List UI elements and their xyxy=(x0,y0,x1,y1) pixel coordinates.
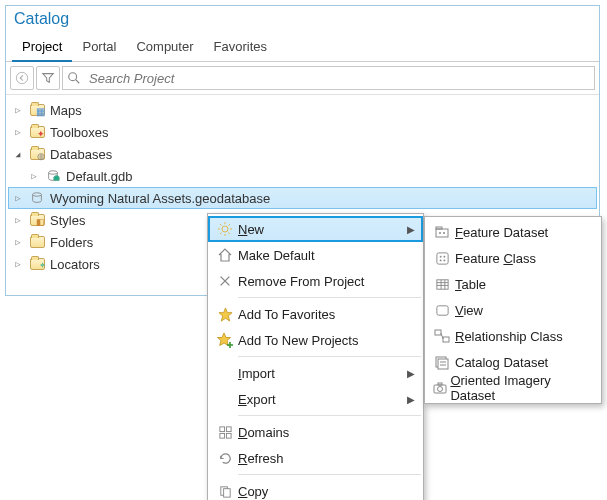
search-icon xyxy=(63,71,85,85)
filter-icon xyxy=(41,71,55,85)
svg-rect-23 xyxy=(223,488,230,496)
star-plus-icon xyxy=(212,329,238,351)
menu-item-label: View xyxy=(455,303,483,318)
expander-icon[interactable] xyxy=(28,170,40,182)
expander-icon[interactable] xyxy=(12,214,24,226)
star-icon xyxy=(212,303,238,325)
tree-node-wyoming-gdb[interactable]: Wyoming Natural Assets.geodatabase xyxy=(8,187,597,209)
feature-dataset-icon xyxy=(429,221,455,243)
svg-point-32 xyxy=(443,259,445,261)
svg-rect-43 xyxy=(438,359,448,369)
menu-separator xyxy=(238,356,421,357)
search-input[interactable] xyxy=(85,71,594,86)
svg-rect-28 xyxy=(436,252,447,263)
tree-node-default-gdb[interactable]: Default.gdb xyxy=(24,165,597,187)
svg-point-29 xyxy=(439,255,441,257)
menu-item-label: Domains xyxy=(238,425,289,440)
menu-item-label: Add To Favorites xyxy=(238,307,335,322)
tab-project[interactable]: Project xyxy=(12,35,72,62)
back-button[interactable] xyxy=(10,66,34,90)
svg-line-10 xyxy=(220,224,222,226)
menu-item-label: Table xyxy=(455,277,486,292)
tree-node-label: Maps xyxy=(50,103,82,118)
expander-icon[interactable] xyxy=(12,258,24,270)
toolbar xyxy=(6,62,599,95)
menu-item-copy[interactable]: Copy xyxy=(208,478,423,500)
back-arrow-icon xyxy=(15,71,29,85)
menu-item-label: New xyxy=(238,222,264,237)
tree-node-label: Styles xyxy=(50,213,85,228)
menu-item-label: Copy xyxy=(238,484,268,499)
submenu-item-view[interactable]: View xyxy=(425,297,601,323)
menu-item-add-new-projects[interactable]: Add To New Projects xyxy=(208,327,423,353)
svg-point-1 xyxy=(69,73,77,81)
svg-rect-47 xyxy=(438,383,442,385)
menu-item-label: Oriented Imagery Dataset xyxy=(450,373,573,403)
svg-line-13 xyxy=(229,224,231,226)
expander-icon[interactable] xyxy=(12,126,24,138)
geodatabase-icon xyxy=(28,190,46,206)
menu-item-label: Remove From Project xyxy=(238,274,364,289)
copy-icon xyxy=(212,480,238,500)
expander-icon[interactable] xyxy=(12,104,24,116)
tree-node-maps[interactable]: ▦ Maps xyxy=(8,99,597,121)
svg-rect-38 xyxy=(436,305,447,314)
svg-rect-20 xyxy=(219,433,224,438)
tree-node-toolboxes[interactable]: ✦ Toolboxes xyxy=(8,121,597,143)
catalog-dataset-icon xyxy=(429,351,455,373)
menu-item-label: Add To New Projects xyxy=(238,333,358,348)
menu-item-label: Feature Dataset xyxy=(455,225,548,240)
locators-folder-icon: ⌖ xyxy=(28,256,46,272)
table-icon xyxy=(429,273,455,295)
svg-point-31 xyxy=(439,259,441,261)
tab-computer[interactable]: Computer xyxy=(126,35,203,62)
svg-line-2 xyxy=(76,80,80,84)
expander-icon[interactable] xyxy=(12,148,24,160)
folders-folder-icon xyxy=(28,234,46,250)
submenu-item-relationship-class[interactable]: Relationship Class xyxy=(425,323,601,349)
expander-icon[interactable] xyxy=(12,192,24,204)
expander-icon[interactable] xyxy=(12,236,24,248)
svg-point-3 xyxy=(49,171,58,175)
menu-item-domains[interactable]: Domains xyxy=(208,419,423,445)
refresh-icon xyxy=(212,447,238,469)
svg-point-30 xyxy=(443,255,445,257)
databases-folder-icon: ◍ xyxy=(28,146,46,162)
submenu-arrow-icon: ▶ xyxy=(407,368,415,379)
filter-button[interactable] xyxy=(36,66,60,90)
svg-rect-19 xyxy=(226,426,231,431)
svg-point-0 xyxy=(16,72,27,83)
panel-title: Catalog xyxy=(14,10,69,27)
feature-class-icon xyxy=(429,247,455,269)
menu-item-export[interactable]: Export ▶ xyxy=(208,386,423,412)
svg-rect-33 xyxy=(436,279,447,288)
menu-separator xyxy=(238,297,421,298)
svg-rect-40 xyxy=(443,337,449,342)
submenu-item-table[interactable]: Table xyxy=(425,271,601,297)
home-icon xyxy=(212,244,238,266)
svg-line-41 xyxy=(441,333,443,339)
tree-node-label: Toolboxes xyxy=(50,125,109,140)
svg-line-12 xyxy=(220,233,222,235)
svg-line-11 xyxy=(229,233,231,235)
menu-item-make-default[interactable]: Make Default xyxy=(208,242,423,268)
menu-separator xyxy=(238,415,421,416)
tab-portal[interactable]: Portal xyxy=(72,35,126,62)
svg-rect-21 xyxy=(226,433,231,438)
submenu-item-catalog-dataset[interactable]: Catalog Dataset xyxy=(425,349,601,375)
menu-item-new[interactable]: New ▶ xyxy=(208,216,423,242)
menu-separator xyxy=(238,474,421,475)
tab-favorites[interactable]: Favorites xyxy=(204,35,277,62)
submenu-item-oriented-imagery[interactable]: Oriented Imagery Dataset xyxy=(425,375,601,401)
menu-item-add-favorites[interactable]: Add To Favorites xyxy=(208,301,423,327)
tree-node-label: Default.gdb xyxy=(66,169,133,184)
menu-item-import[interactable]: Import ▶ xyxy=(208,360,423,386)
menu-item-label: Relationship Class xyxy=(455,329,563,344)
tree-node-databases[interactable]: ◍ Databases xyxy=(8,143,597,165)
toolboxes-folder-icon: ✦ xyxy=(28,124,46,140)
submenu-item-feature-class[interactable]: Feature Class xyxy=(425,245,601,271)
submenu-item-feature-dataset[interactable]: Feature Dataset xyxy=(425,219,601,245)
menu-item-remove[interactable]: Remove From Project xyxy=(208,268,423,294)
menu-item-refresh[interactable]: Refresh xyxy=(208,445,423,471)
svg-rect-25 xyxy=(436,227,442,229)
